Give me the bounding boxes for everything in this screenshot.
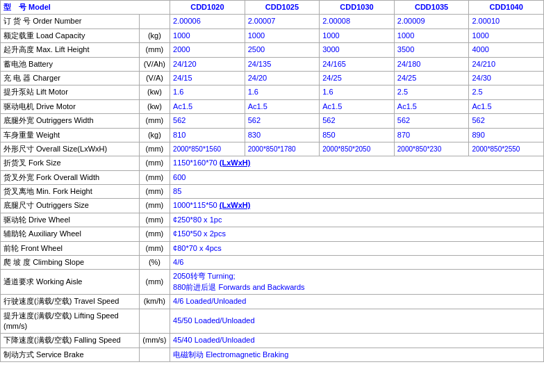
table-row: 货叉离地 Min. Fork Height (mm) 85 — [1, 185, 544, 199]
val-charger-2: 24/20 — [245, 71, 320, 85]
label-order-number: 订 货 号 Order Number — [1, 15, 140, 28]
label-outriggers-size: 底腿尺寸 Outriggers Size — [1, 199, 140, 213]
table-row: 前轮 Front Wheel (mm) ¢80*70 x 4pcs — [1, 241, 544, 255]
header-model: 型 号 Model — [1, 1, 170, 15]
label-charger: 充 电 器 Charger — [1, 71, 140, 85]
header-cdd1035: CDD1035 — [394, 1, 469, 15]
val-outwidth-1: 562 — [170, 114, 245, 128]
table-row: 蓄电池 Battery (V/Ah) 24/120 24/135 24/165 … — [1, 57, 544, 71]
unit-fork-width: (mm) — [139, 170, 170, 184]
val-liftmotor-2: 1.6 — [245, 85, 320, 99]
val-liftmotor-5: 2.5 — [469, 85, 544, 99]
label-min-fork-height: 货叉离地 Min. Fork Height — [1, 185, 140, 199]
table-row: 通道要求 Working Aisle (mm) 2050转弯 Turning;8… — [1, 270, 544, 295]
val-battery-5: 24/210 — [469, 57, 544, 71]
label-outriggers-width: 底腿外宽 Outriggers Width — [1, 114, 140, 128]
val-outwidth-4: 562 — [394, 114, 469, 128]
val-charger-5: 24/30 — [469, 71, 544, 85]
table-row: 底腿外宽 Outriggers Width (mm) 562 562 562 5… — [1, 114, 544, 128]
val-battery-4: 24/180 — [394, 57, 469, 71]
val-charger-4: 24/25 — [394, 71, 469, 85]
label-service-brake: 制动方式 Service Brake — [1, 348, 140, 361]
val-outwidth-2: 562 — [245, 114, 320, 128]
table-row: 车身重量 Weight (kg) 810 830 850 870 890 — [1, 128, 544, 142]
unit-battery: (V/Ah) — [139, 57, 170, 71]
val-lift-4: 3500 — [394, 43, 469, 57]
val-order-1: 2.00006 — [170, 15, 245, 28]
header-cdd1020: CDD1020 — [170, 1, 245, 15]
val-charger-1: 24/15 — [170, 71, 245, 85]
val-lift-2: 2500 — [245, 43, 320, 57]
label-lift-height: 起升高度 Max. Lift Height — [1, 43, 140, 57]
val-fork-width: 600 — [170, 170, 544, 184]
table-row: 提升泵站 Lift Motor (kw) 1.6 1.6 1.6 2.5 2.5 — [1, 85, 544, 99]
label-drive-wheel: 驱动轮 Drive Wheel — [1, 213, 140, 227]
val-lift-5: 4000 — [469, 43, 544, 57]
val-order-5: 2.00010 — [469, 15, 544, 28]
unit-overall-size: (mm) — [139, 142, 170, 156]
table-row: 折货叉 Fork Size (mm) 1150*160*70 (LxWxH) — [1, 156, 544, 170]
val-fork-size: 1150*160*70 (LxWxH) — [170, 156, 544, 170]
val-charger-3: 24/25 — [320, 71, 395, 85]
unit-aux-wheel: (mm) — [139, 227, 170, 241]
label-lifting-speed: 提升速度(满载/空载) Lifting Speed(mm/s) — [1, 309, 140, 334]
val-outwidth-5: 562 — [469, 114, 544, 128]
unit-lifting-speed — [139, 309, 170, 334]
label-overall-size: 外形尺寸 Overall Size(LxWxH) — [1, 142, 140, 156]
header-cdd1040: CDD1040 — [469, 1, 544, 15]
val-liftmotor-3: 1.6 — [320, 85, 395, 99]
table-row: 货叉外宽 Fork Overall Width (mm) 600 — [1, 170, 544, 184]
val-size-5: 2000*850*2550 — [469, 142, 544, 156]
val-size-3: 2000*850*2050 — [320, 142, 395, 156]
label-fork-size: 折货叉 Fork Size — [1, 156, 140, 170]
unit-climbing-slope: (%) — [139, 256, 170, 270]
unit-front-wheel: (mm) — [139, 241, 170, 255]
table-row: 起升高度 Max. Lift Height (mm) 2000 2500 300… — [1, 43, 544, 57]
val-load-5: 1000 — [469, 28, 544, 42]
val-order-2: 2.00007 — [245, 15, 320, 28]
val-lifting-speed: 45/50 Loaded/Unloaded — [170, 309, 544, 334]
table-row: 行驶速度(满载/空载) Travel Speed (km/h) 4/6 Load… — [1, 295, 544, 309]
label-falling-speed: 下降速度(满载/空载) Falling Speed — [1, 334, 140, 348]
val-service-brake: 电磁制动 Electromagnetic Braking — [170, 348, 544, 361]
val-liftmotor-4: 2.5 — [394, 85, 469, 99]
val-climbing-slope: 4/6 — [170, 256, 544, 270]
table-row: 提升速度(满载/空载) Lifting Speed(mm/s) 45/50 Lo… — [1, 309, 544, 334]
unit-drive-motor: (kw) — [139, 99, 170, 113]
val-battery-1: 24/120 — [170, 57, 245, 71]
val-lift-1: 2000 — [170, 43, 245, 57]
table-row: 驱动轮 Drive Wheel (mm) ¢250*80 x 1pc — [1, 213, 544, 227]
unit-outriggers-width: (mm) — [139, 114, 170, 128]
unit-min-fork-height: (mm) — [139, 185, 170, 199]
val-lift-3: 3000 — [320, 43, 395, 57]
table-row: 外形尺寸 Overall Size(LxWxH) (mm) 2000*850*1… — [1, 142, 544, 156]
val-falling-speed: 45/40 Loaded/Unloaded — [170, 334, 544, 348]
label-weight: 车身重量 Weight — [1, 128, 140, 142]
val-load-4: 1000 — [394, 28, 469, 42]
val-weight-3: 850 — [320, 128, 395, 142]
label-battery: 蓄电池 Battery — [1, 57, 140, 71]
label-drive-motor: 驱动电机 Drive Motor — [1, 99, 140, 113]
label-aux-wheel: 辅助轮 Auxiliary Wheel — [1, 227, 140, 241]
val-drivemotor-1: Ac1.5 — [170, 99, 245, 113]
unit-service-brake — [139, 348, 170, 361]
val-size-2: 2000*850*1780 — [245, 142, 320, 156]
val-drivemotor-3: Ac1.5 — [320, 99, 395, 113]
unit-drive-wheel: (mm) — [139, 213, 170, 227]
val-aux-wheel: ¢150*50 x 2pcs — [170, 227, 544, 241]
val-drivemotor-5: Ac1.5 — [469, 99, 544, 113]
unit-weight: (kg) — [139, 128, 170, 142]
val-drivemotor-2: Ac1.5 — [245, 99, 320, 113]
val-load-1: 1000 — [170, 28, 245, 42]
val-outriggers-size: 1000*115*50 (LxWxH) — [170, 199, 544, 213]
val-load-3: 1000 — [320, 28, 395, 42]
val-load-2: 1000 — [245, 28, 320, 42]
val-drive-wheel: ¢250*80 x 1pc — [170, 213, 544, 227]
val-order-4: 2.00009 — [394, 15, 469, 28]
spec-table: 型 号 Model CDD1020 CDD1025 CDD1030 CDD103… — [0, 0, 544, 362]
unit-lift-height: (mm) — [139, 43, 170, 57]
table-row: 辅助轮 Auxiliary Wheel (mm) ¢150*50 x 2pcs — [1, 227, 544, 241]
val-size-4: 2000*850*230 — [394, 142, 469, 156]
val-travel-speed: 4/6 Loaded/Unloaded — [170, 295, 544, 309]
unit-outriggers-size: (mm) — [139, 199, 170, 213]
